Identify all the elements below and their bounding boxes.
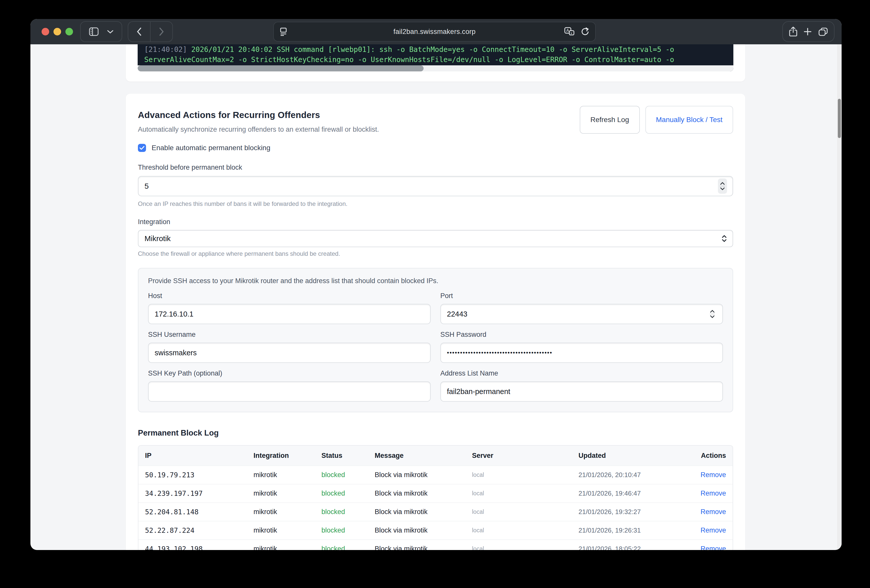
page-scrollbar-thumb[interactable]: [838, 99, 841, 138]
row-server: local: [472, 527, 578, 534]
remove-link[interactable]: Remove: [700, 471, 726, 479]
integration-label: Integration: [138, 218, 733, 226]
row-server: local: [472, 545, 578, 550]
tab-overview-icon[interactable]: [818, 27, 828, 36]
row-status: blocked: [322, 490, 375, 497]
manually-block-button[interactable]: Manually Block / Test: [645, 106, 733, 134]
window-controls: [42, 28, 73, 36]
refresh-log-button[interactable]: Refresh Log: [580, 106, 640, 134]
row-updated: 21/01/2026, 19:32:27: [578, 508, 700, 516]
port-input[interactable]: 22443: [440, 304, 723, 324]
page-subtitle: Automatically synchronize recurring offe…: [138, 126, 379, 134]
col-server: Server: [472, 452, 578, 460]
keypath-input[interactable]: [148, 382, 431, 402]
table-row: 52.22.87.224 mikrotik blocked Block via …: [139, 521, 733, 539]
row-status: blocked: [322, 508, 375, 516]
table-body: 50.19.79.213 mikrotik blocked Block via …: [139, 465, 733, 550]
row-integration: mikrotik: [253, 545, 322, 550]
url-text: fail2ban.swissmakers.corp: [274, 28, 595, 36]
row-message: Block via mikrotik: [375, 490, 472, 497]
host-field-group: Host 172.16.10.1: [148, 292, 431, 324]
row-ip: 50.19.79.213: [145, 471, 253, 479]
sidebar-toggle-group: [80, 21, 122, 42]
mikrotik-settings-panel: Provide SSH access to your Mikrotik rout…: [138, 268, 733, 412]
close-window-button[interactable]: [42, 28, 49, 36]
panel-intro: Provide SSH access to your Mikrotik rout…: [148, 277, 723, 285]
remove-link[interactable]: Remove: [700, 490, 726, 497]
password-input[interactable]: ••••••••••••••••••••••••••••••••••••••••: [440, 343, 723, 363]
terminal-hscrollbar-thumb[interactable]: [138, 65, 424, 71]
forward-button[interactable]: [150, 22, 172, 42]
table-row: 52.204.81.148 mikrotik blocked Block via…: [139, 502, 733, 521]
table-row: 34.239.197.197 mikrotik blocked Block vi…: [139, 484, 733, 502]
enable-blocking-label: Enable automatic permanent blocking: [152, 144, 271, 152]
share-icon[interactable]: [789, 26, 797, 37]
row-message: Block via mikrotik: [375, 471, 472, 479]
row-integration: mikrotik: [253, 508, 322, 516]
addresslist-label: Address List Name: [440, 370, 723, 377]
address-bar[interactable]: fail2ban.swissmakers.corp A x: [273, 22, 596, 42]
username-field-group: SSH Username swissmakers: [148, 331, 431, 363]
row-status: blocked: [322, 471, 375, 479]
integration-select[interactable]: Mikrotik: [138, 230, 733, 247]
block-log-title: Permanent Block Log: [138, 428, 733, 438]
username-input[interactable]: swissmakers: [148, 343, 431, 363]
row-ip: 44.193.102.198: [145, 545, 253, 550]
ssh-log-terminal: [21:40:02] 2026/01/21 20:40:02 SSH comma…: [138, 44, 733, 71]
translate-icon[interactable]: A x: [564, 27, 575, 37]
port-stepper-icon[interactable]: [708, 306, 717, 322]
minimize-window-button[interactable]: [54, 28, 61, 36]
zoom-window-button[interactable]: [66, 28, 73, 36]
enable-blocking-checkbox[interactable]: [138, 144, 146, 152]
terminal-hscrollbar[interactable]: [138, 65, 733, 71]
number-stepper-icon[interactable]: [718, 178, 727, 194]
row-ip: 52.22.87.224: [145, 526, 253, 534]
threshold-label: Threshold before permanent block: [138, 163, 733, 171]
remove-link[interactable]: Remove: [700, 526, 726, 534]
integration-value: Mikrotik: [145, 234, 171, 243]
remove-link[interactable]: Remove: [700, 508, 726, 515]
threshold-input[interactable]: 5: [138, 176, 733, 196]
row-updated: 21/01/2026, 19:26:31: [578, 526, 700, 534]
row-integration: mikrotik: [253, 490, 322, 497]
row-server: local: [472, 508, 578, 515]
keypath-field-group: SSH Key Path (optional): [148, 370, 431, 402]
advanced-actions-card: Advanced Actions for Recurring Offenders…: [126, 94, 745, 550]
toolbar-right-buttons: [782, 21, 834, 42]
row-updated: 21/01/2026, 19:46:47: [578, 490, 700, 497]
block-log-table: IP Integration Status Message Server Upd…: [138, 445, 733, 550]
svg-text:A: A: [566, 28, 569, 33]
host-input[interactable]: 172.16.10.1: [148, 304, 431, 324]
select-chevrons-icon: [722, 235, 727, 242]
row-message: Block via mikrotik: [375, 508, 472, 516]
browser-window: fail2ban.swissmakers.corp A x: [30, 19, 842, 550]
sidebar-icon[interactable]: [89, 27, 99, 36]
new-tab-icon[interactable]: [803, 27, 812, 36]
row-message: Block via mikrotik: [375, 526, 472, 534]
chevron-down-icon[interactable]: [107, 30, 113, 34]
table-row: 50.19.79.213 mikrotik blocked Block via …: [139, 465, 733, 484]
table-row: 44.193.102.198 mikrotik blocked Block vi…: [139, 539, 733, 550]
threshold-help: Once an IP reaches this number of bans i…: [138, 200, 733, 207]
back-button[interactable]: [128, 22, 150, 42]
password-label: SSH Password: [440, 331, 723, 339]
svg-text:x: x: [571, 31, 572, 35]
port-label: Port: [440, 292, 723, 300]
col-ip: IP: [145, 452, 253, 460]
addresslist-field-group: Address List Name fail2ban-permanent: [440, 370, 723, 402]
integration-help: Choose the firewall or appliance where p…: [138, 250, 733, 257]
nav-buttons: [128, 21, 173, 42]
log-line: [21:40:02] 2026/01/21 20:40:02 SSH comma…: [144, 45, 733, 55]
table-header-row: IP Integration Status Message Server Upd…: [139, 446, 733, 465]
row-status: blocked: [322, 526, 375, 534]
row-server: local: [472, 490, 578, 497]
addresslist-input[interactable]: fail2ban-permanent: [440, 382, 723, 402]
col-status: Status: [322, 452, 375, 460]
page-scrollbar[interactable]: [837, 44, 842, 550]
col-updated: Updated: [578, 452, 700, 460]
reload-icon[interactable]: [581, 27, 590, 36]
remove-link[interactable]: Remove: [700, 545, 726, 550]
reader-icon[interactable]: [279, 27, 288, 37]
threshold-value: 5: [145, 182, 149, 190]
row-updated: 21/01/2026, 18:05:22: [578, 545, 700, 550]
